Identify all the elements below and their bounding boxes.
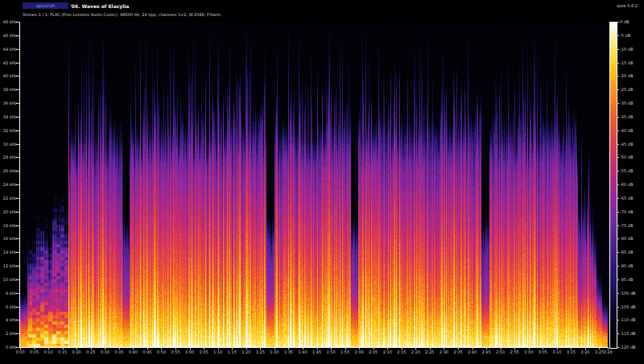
time-tick-mark: [288, 347, 289, 350]
db-tick-mark: [617, 130, 619, 131]
time-tick-mark: [35, 347, 35, 350]
db-tick-label: -95 dB: [620, 277, 633, 282]
time-tick-mark: [402, 347, 402, 350]
time-tick-label: 0:55: [171, 350, 180, 354]
time-tick-label: 2:20: [411, 350, 420, 354]
db-tick-mark: [617, 307, 619, 308]
db-tick-mark: [617, 157, 619, 158]
db-tick-mark: [617, 49, 619, 50]
time-tick-mark: [501, 347, 502, 350]
db-tick-mark: [617, 212, 619, 213]
time-tick-mark: [303, 347, 303, 350]
stream-info: Stream 1 / 1: FLAC (Free Lossless Audio …: [23, 12, 221, 17]
db-tick-label: -75 dB: [620, 223, 633, 228]
time-tick-mark: [374, 347, 374, 350]
time-tick-mark: [514, 347, 515, 350]
time-tick-mark: [331, 347, 332, 350]
frequency-tick-mark: [16, 144, 19, 145]
time-tick-mark: [275, 347, 275, 350]
frequency-tick-label: 18 kHz: [0, 223, 17, 228]
time-tick-label: 3:20: [580, 350, 589, 354]
time-tick-mark: [473, 347, 473, 350]
db-tick-label: -85 dB: [620, 250, 633, 254]
time-tick-mark: [415, 347, 416, 350]
time-tick-mark: [105, 347, 105, 350]
time-tick-mark: [444, 347, 444, 350]
time-tick-mark: [232, 347, 233, 350]
db-tick-mark: [617, 198, 619, 199]
time-tick-mark: [20, 347, 21, 350]
frequency-tick-label: 30 kHz: [0, 142, 17, 147]
frequency-tick-label: 6 kHz: [0, 304, 17, 309]
time-tick-label: 2:00: [355, 350, 364, 354]
frequency-tick-label: 14 kHz: [0, 250, 17, 254]
time-tick-mark: [345, 347, 346, 350]
db-tick-label: 0 dB: [620, 19, 629, 24]
time-tick-label: 3:10: [552, 350, 561, 354]
frequency-tick-mark: [16, 347, 19, 348]
frequency-tick-mark: [16, 212, 19, 213]
time-tick-label: 0:20: [72, 350, 81, 354]
title-highlighted-text: apsarah: [35, 2, 55, 8]
time-tick-label: 1:05: [200, 350, 208, 354]
time-tick-mark: [387, 347, 388, 350]
frequency-tick-mark: [16, 184, 19, 185]
db-tick-mark: [617, 320, 619, 321]
db-tick-mark: [617, 347, 619, 348]
time-tick-label: 3:28: [603, 350, 612, 354]
app-version-label: spek 0.8.2: [617, 3, 638, 8]
time-tick-mark: [458, 347, 459, 350]
frequency-tick-label: 16 kHz: [0, 236, 17, 241]
time-tick-mark: [260, 347, 261, 350]
db-legend-gradient-bar: [609, 22, 617, 349]
frequency-tick-mark: [16, 279, 19, 280]
time-tick-label: 2:05: [369, 350, 378, 354]
time-tick-mark: [585, 347, 586, 350]
db-tick-label: -10 dB: [620, 47, 633, 52]
frequency-tick-mark: [16, 307, 19, 308]
time-tick-mark: [608, 347, 609, 350]
frequency-tick-mark: [16, 22, 19, 23]
frequency-tick-label: 24 kHz: [0, 182, 17, 187]
frequency-tick-label: 42 kHz: [0, 60, 17, 65]
time-tick-label: 1:40: [298, 350, 307, 354]
time-tick-label: 1:15: [228, 350, 237, 354]
time-tick-label: 1:00: [185, 350, 194, 354]
time-tick-label: 2:15: [397, 350, 406, 354]
time-tick-label: 3:15: [567, 350, 576, 354]
time-tick-label: 2:25: [425, 350, 434, 354]
time-tick-mark: [147, 347, 148, 350]
time-tick-label: 0:30: [101, 350, 109, 354]
db-tick-mark: [617, 238, 619, 239]
db-tick-label: -115 dB: [620, 331, 636, 336]
time-tick-mark: [218, 347, 219, 350]
time-tick-label: 1:50: [326, 350, 335, 354]
time-tick-mark: [91, 347, 92, 350]
time-tick-label: 2:10: [383, 350, 392, 354]
frequency-tick-mark: [16, 252, 19, 253]
time-tick-label: 1:10: [213, 350, 222, 354]
frequency-tick-label: 8 kHz: [0, 291, 17, 296]
time-tick-label: 2:55: [510, 350, 519, 354]
time-tick-mark: [175, 347, 176, 350]
db-tick-label: -30 dB: [620, 101, 633, 105]
time-tick-label: 1:30: [270, 350, 279, 354]
db-tick-label: -55 dB: [620, 168, 633, 173]
db-tick-mark: [617, 35, 619, 36]
db-tick-mark: [617, 333, 619, 334]
db-tick-label: -100 dB: [620, 291, 636, 296]
db-tick-label: -120 dB: [620, 345, 636, 350]
db-tick-label: -80 dB: [620, 236, 633, 241]
frequency-tick-label: 28 kHz: [0, 155, 17, 159]
db-tick-label: -25 dB: [620, 87, 633, 92]
time-tick-label: 2:30: [440, 350, 448, 354]
db-tick-label: -105 dB: [620, 304, 636, 309]
time-tick-label: 3:05: [539, 350, 547, 354]
time-tick-mark: [48, 347, 49, 350]
title-selection-highlight: apsarah: [23, 2, 68, 9]
db-tick-mark: [617, 252, 619, 253]
db-tick-mark: [617, 103, 619, 104]
db-tick-mark: [617, 171, 619, 172]
db-tick-label: -45 dB: [620, 142, 633, 147]
db-tick-mark: [617, 225, 619, 226]
